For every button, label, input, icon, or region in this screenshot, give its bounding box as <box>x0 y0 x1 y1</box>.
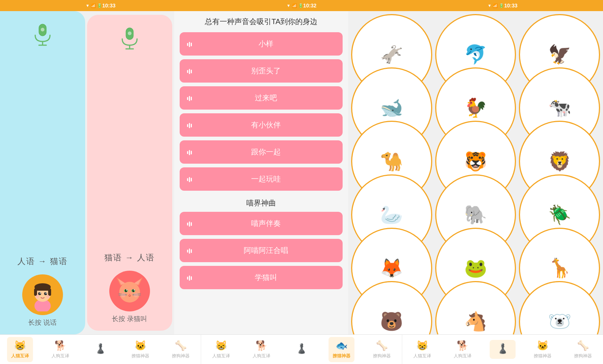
sound-button-2[interactable]: 别歪头了 <box>180 59 343 83</box>
sound-wave-icon-9 <box>187 274 192 281</box>
nav-icon-game-1: ♟️ <box>94 343 106 354</box>
nav-icon-cat-toy-2: 🐟 <box>336 340 347 351</box>
svg-point-29 <box>126 290 127 291</box>
sound-wave-icon-7 <box>187 220 192 227</box>
status-bar-middle: ▼ 📶 🔋 10:32 <box>201 0 402 11</box>
nav-item-dog-toy-3[interactable]: 🦴 撩狗神器 <box>570 337 596 362</box>
status-bar-left: ▼ 📶 🔋 10:33 <box>0 0 201 11</box>
svg-point-36 <box>121 293 126 297</box>
animal-bear[interactable]: 🐻 <box>351 281 432 334</box>
sound-wave-icon-2 <box>187 67 192 75</box>
nav-item-cat-toy-1[interactable]: 🐱 撩猫神器 <box>127 337 153 362</box>
sound-label-1: 小样 <box>196 39 335 49</box>
svg-point-3 <box>41 28 44 31</box>
mic-icon-container-cat <box>113 22 146 56</box>
nav-icon-dog-toy-1: 🦴 <box>175 340 187 351</box>
nav-icon-cat-toy-1: 🐱 <box>134 340 146 351</box>
nav-item-human-dog-1[interactable]: 🐕 人狗互译 <box>47 337 73 362</box>
nav-icon-cat-toy-3: 🐱 <box>537 340 549 351</box>
nav-item-human-dog-3[interactable]: 🐕 人狗互译 <box>450 337 476 362</box>
nav-icon-game-2: ♟️ <box>296 343 307 354</box>
nav-item-human-dog-2[interactable]: 🐕 人狗互译 <box>249 337 274 362</box>
sound-wave-icon-6 <box>187 175 192 183</box>
sound-button-9[interactable]: 学猫叫 <box>180 266 343 289</box>
sound-label-8: 阿喵阿汪合唱 <box>196 246 335 256</box>
nav-icon-human-dog-3: 🐕 <box>457 340 469 351</box>
nav-item-game-1[interactable]: ♟️ <box>87 340 113 359</box>
nav-item-cat-toy-3[interactable]: 🐱 撩猫神器 <box>530 337 556 362</box>
animal-bear2[interactable]: 🐻‍❄️ <box>519 281 600 334</box>
sound-label-7: 喵声伴奏 <box>196 218 335 228</box>
sound-wave-icon-1 <box>187 40 192 48</box>
svg-point-14 <box>36 295 39 298</box>
nav-icon-human-cat-1: 😸 <box>14 340 26 351</box>
svg-point-13 <box>46 293 47 294</box>
main-content: 人语 → 猫语 <box>0 11 603 334</box>
sound-button-8[interactable]: 阿喵阿汪合唱 <box>180 239 343 262</box>
human-avatar-container[interactable]: 长按 说话 <box>22 274 63 327</box>
nav-item-cat-toy-2[interactable]: 🐟 撩猫神器 <box>329 337 354 362</box>
sound-wave-icon-4 <box>187 121 192 129</box>
panel-cat-to-human: 猫语 → 人语 <box>87 15 172 331</box>
sound-button-4[interactable]: 有小伙伴 <box>180 113 343 137</box>
cat-to-human-label: 猫语 → 人语 <box>104 252 155 263</box>
sound-button-1[interactable]: 小样 <box>180 32 343 56</box>
sound-wave-icon-8 <box>187 247 192 254</box>
sounds-header: 总有一种声音会吸引TA到你的身边 <box>180 17 343 27</box>
svg-rect-8 <box>34 288 37 296</box>
sound-label-6: 一起玩哇 <box>196 174 335 184</box>
status-bars: ▼ 📶 🔋 10:33 ▼ 📶 🔋 10:32 ▼ 📶 🔋 10:33 <box>0 0 603 11</box>
nav-icon-human-cat-3: 😸 <box>416 340 428 351</box>
sound-label-4: 有小伙伴 <box>196 120 335 130</box>
svg-point-37 <box>134 293 138 297</box>
human-avatar-label: 长按 说话 <box>28 318 57 327</box>
human-to-cat-label: 人语 → 猫语 <box>17 256 68 267</box>
nav-section-2: 😸 人猫互译 🐕 人狗互译 ♟️ 🐟 撩猫神器 🦴 撩狗神器 <box>201 335 402 364</box>
sound-wave-icon-3 <box>187 94 192 102</box>
sound-label-5: 跟你一起 <box>196 147 335 157</box>
nav-item-dog-toy-2[interactable]: 🦴 撩狗神器 <box>369 337 395 362</box>
panel-sounds: 总有一种声音会吸引TA到你的身边 小样 别歪头了 过来吧 有小伙伴 <box>174 11 348 334</box>
sound-label-9: 学猫叫 <box>196 273 335 283</box>
nav-section-3: 😸 人猫互译 🐕 人狗互译 ♟️ 🐱 撩猫神器 🦴 撩狗神器 <box>402 335 603 364</box>
svg-point-10 <box>38 292 41 295</box>
nav-item-human-cat-3[interactable]: 😸 人猫互译 <box>409 337 435 362</box>
nav-icon-human-cat-2: 😸 <box>215 340 227 351</box>
nav-section-1: 😸 人猫互译 🐕 人狗互译 ♟️ 🐱 撩猫神器 🦴 撩狗神器 <box>0 335 201 364</box>
sound-label-2: 别歪头了 <box>196 66 335 76</box>
sound-wave-icon-5 <box>187 148 192 156</box>
girl-avatar-svg <box>26 278 59 311</box>
svg-point-15 <box>46 295 50 298</box>
nav-item-human-cat-2[interactable]: 😸 人猫互译 <box>208 337 234 362</box>
sound-button-3[interactable]: 过来吧 <box>180 86 343 110</box>
sound-button-6[interactable]: 一起玩哇 <box>180 167 343 191</box>
cat-avatar[interactable] <box>109 271 150 311</box>
animal-horse[interactable]: 🐴 <box>435 281 516 334</box>
cat-avatar-container[interactable]: 长按 录猫叫 <box>109 271 150 323</box>
human-avatar[interactable] <box>22 274 63 315</box>
nav-icon-game-3: ♟️ <box>497 343 509 354</box>
sound-button-7[interactable]: 喵声伴奏 <box>180 212 343 235</box>
mic-cat-icon <box>117 26 143 52</box>
cat-avatar-label: 长按 录猫叫 <box>112 314 147 323</box>
panel-human-to-cat: 人语 → 猫语 <box>0 11 85 334</box>
nav-icon-human-dog-1: 🐕 <box>54 340 66 351</box>
bottom-nav: 😸 人猫互译 🐕 人狗互译 ♟️ 🐱 撩猫神器 🦴 撩狗神器 😸 人猫互译 🐕 … <box>0 334 603 364</box>
nav-icon-dog-toy-2: 🦴 <box>376 340 388 351</box>
svg-point-19 <box>128 31 131 35</box>
status-bar-right: ▼ 📶 🔋 10:33 <box>402 0 603 11</box>
nav-item-game-3[interactable]: ♟️ <box>490 340 516 359</box>
section2-header: 喵界神曲 <box>180 198 343 208</box>
nav-icon-human-dog-2: 🐕 <box>256 340 267 351</box>
svg-point-12 <box>40 293 41 294</box>
svg-rect-9 <box>48 288 51 296</box>
sound-button-5[interactable]: 跟你一起 <box>180 140 343 164</box>
svg-rect-7 <box>35 286 50 291</box>
panel-animals: 🫏 🐬 🦅 🐋 🐓 🐄 🐪 🐯 🦁 🦢 <box>348 11 603 334</box>
nav-item-human-cat-1[interactable]: 😸 人猫互译 <box>7 337 33 362</box>
nav-item-game-2[interactable]: ♟️ <box>289 340 314 359</box>
nav-icon-dog-toy-3: 🦴 <box>577 340 589 351</box>
nav-item-dog-toy-1[interactable]: 🦴 撩狗神器 <box>168 337 194 362</box>
mic-icon <box>30 22 56 48</box>
mic-icon-container <box>26 19 59 52</box>
